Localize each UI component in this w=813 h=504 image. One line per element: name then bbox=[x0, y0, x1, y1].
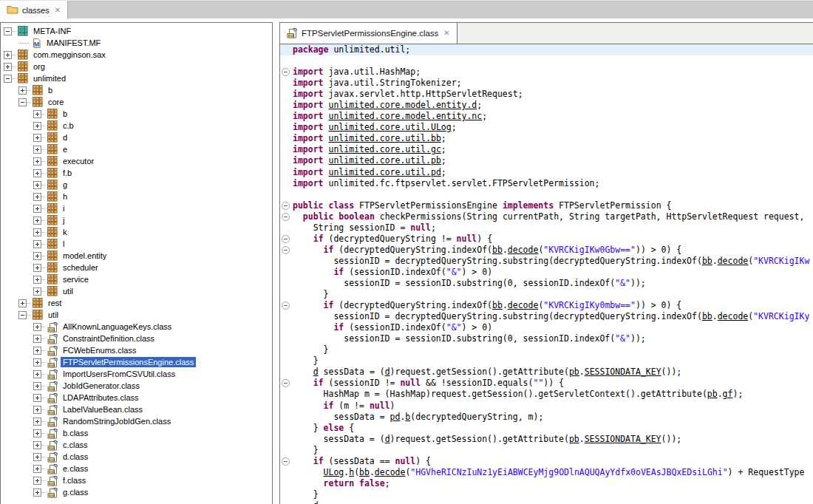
code-hyperlink[interactable]: d bbox=[385, 434, 390, 444]
expand-icon[interactable] bbox=[4, 63, 12, 71]
expand-icon[interactable] bbox=[33, 453, 41, 461]
code-hyperlink[interactable]: unlimited.core.model.entity.d bbox=[328, 100, 477, 110]
code-hyperlink[interactable]: unlimited.core.util.bb bbox=[328, 133, 440, 143]
tree-item-d-class[interactable]: 010d.class bbox=[1, 451, 272, 463]
code-editor[interactable]: package unlimited.util;import java.util.… bbox=[280, 44, 813, 504]
code-hyperlink[interactable]: unlimited.core.util.ULog bbox=[328, 122, 451, 132]
tree-item-constraintdefinition-class[interactable]: 010ConstraintDefinition.class bbox=[1, 333, 272, 344]
expand-icon[interactable] bbox=[33, 146, 41, 154]
code-hyperlink[interactable]: pb bbox=[569, 434, 579, 444]
code-hyperlink[interactable]: decode bbox=[508, 300, 539, 310]
tree-item-b[interactable]: b bbox=[1, 84, 272, 96]
tree-item-g-class[interactable]: 010g.class bbox=[1, 486, 272, 498]
code-hyperlink[interactable]: decode bbox=[718, 311, 749, 321]
expand-icon[interactable] bbox=[33, 382, 41, 390]
expand-icon[interactable] bbox=[33, 394, 41, 402]
expand-icon[interactable] bbox=[33, 264, 41, 272]
tree-item-e[interactable]: e bbox=[1, 143, 272, 155]
code-hyperlink[interactable]: gf bbox=[723, 389, 733, 399]
collapse-icon[interactable] bbox=[4, 27, 12, 35]
expand-icon[interactable] bbox=[33, 347, 41, 355]
code-hyperlink[interactable]: decode bbox=[375, 467, 406, 477]
expand-icon[interactable] bbox=[33, 217, 41, 225]
expand-icon[interactable] bbox=[33, 358, 41, 367]
tree-item-importusersfromcsvutil-class[interactable]: 010ImportUsersFromCSVUtil.class bbox=[1, 368, 272, 380]
expand-icon[interactable] bbox=[33, 488, 41, 497]
expand-icon[interactable] bbox=[33, 406, 41, 414]
expand-icon[interactable] bbox=[33, 370, 41, 378]
collapse-fold-icon[interactable] bbox=[282, 302, 290, 310]
tree-item-service[interactable]: service bbox=[1, 273, 272, 285]
collapse-fold-icon[interactable] bbox=[282, 235, 290, 243]
tree-item-randomstringjobidgen-class[interactable]: 010RandomStringJobIdGen.class bbox=[1, 415, 272, 427]
collapse-fold-icon[interactable] bbox=[282, 202, 290, 210]
code-hyperlink[interactable]: unlimited.core.util.pd bbox=[328, 167, 440, 177]
collapse-fold-icon[interactable] bbox=[282, 246, 290, 254]
tree-item-f-b[interactable]: f.b bbox=[1, 167, 272, 179]
code-hyperlink[interactable]: pb bbox=[569, 367, 579, 377]
expand-icon[interactable] bbox=[33, 429, 41, 437]
tree-item-i[interactable]: i bbox=[1, 202, 272, 214]
tree-item-f-class[interactable]: 010f.class bbox=[1, 474, 272, 486]
code-hyperlink[interactable]: bb bbox=[359, 467, 370, 477]
collapse-icon[interactable] bbox=[4, 75, 12, 83]
tree-item-e-class[interactable]: 010e.class bbox=[1, 463, 272, 474]
expand-icon[interactable] bbox=[33, 441, 41, 449]
collapse-fold-icon[interactable] bbox=[282, 457, 290, 466]
code-hyperlink[interactable]: SESSIONDATA_KEY bbox=[585, 367, 661, 377]
tree-item-h[interactable]: h bbox=[1, 191, 272, 202]
code-hyperlink[interactable]: d bbox=[385, 367, 390, 377]
code-hyperlink[interactable]: decode bbox=[718, 256, 749, 266]
tree-item-model-entity[interactable]: model.entity bbox=[1, 250, 272, 262]
tree-item-ldapattributes-class[interactable]: 010LDAPAttributes.class bbox=[1, 392, 272, 403]
expand-icon[interactable] bbox=[33, 465, 41, 473]
tree-item-k[interactable]: k bbox=[1, 226, 272, 238]
tree-item-l[interactable]: l bbox=[1, 238, 272, 250]
code-hyperlink[interactable]: unlimited.core.util.pb bbox=[328, 155, 440, 166]
tree-item-executor[interactable]: executor bbox=[1, 155, 272, 167]
expand-icon[interactable] bbox=[33, 287, 41, 296]
expand-icon[interactable] bbox=[18, 86, 27, 95]
tree-item-util[interactable]: util bbox=[1, 285, 272, 297]
tree-item-allknownlanguagekeys-class[interactable]: 010AllKnownLanguageKeys.class bbox=[1, 321, 272, 333]
tree-item-rest[interactable]: rest bbox=[1, 297, 272, 309]
tree-item-meta-inf[interactable]: META-INF bbox=[1, 25, 272, 37]
code-hyperlink[interactable]: ULog bbox=[324, 467, 344, 477]
tree-item-c-b[interactable]: c.b bbox=[1, 120, 272, 132]
tree-item-scheduler[interactable]: scheduler bbox=[1, 262, 272, 273]
expand-icon[interactable] bbox=[18, 299, 27, 307]
expand-icon[interactable] bbox=[33, 477, 41, 485]
tree-item-org[interactable]: org bbox=[1, 61, 272, 72]
tree-item-core[interactable]: core bbox=[1, 96, 272, 108]
code-hyperlink[interactable]: bb bbox=[702, 256, 712, 266]
code-hyperlink[interactable]: bb bbox=[492, 245, 503, 255]
tree-item-util[interactable]: util bbox=[1, 309, 272, 321]
code-hyperlink[interactable]: pb bbox=[707, 389, 718, 399]
tree-item-manifest-mf[interactable]: MMANIFEST.MF bbox=[1, 37, 272, 49]
expand-icon[interactable] bbox=[33, 110, 41, 118]
expand-icon[interactable] bbox=[33, 157, 41, 166]
code-hyperlink[interactable]: d bbox=[313, 367, 319, 377]
tab-ftpservletpermissionsengine[interactable]: 010 FTPServletPermissionsEngine.class ✕ bbox=[280, 23, 457, 44]
code-hyperlink[interactable]: pd bbox=[390, 412, 401, 422]
expand-icon[interactable] bbox=[4, 51, 12, 59]
code-hyperlink[interactable]: bb bbox=[492, 300, 503, 310]
tree-item-labelvaluebean-class[interactable]: 010LabelValueBean.class bbox=[1, 403, 272, 415]
tree-item-b[interactable]: b bbox=[1, 108, 272, 120]
expand-icon[interactable] bbox=[33, 252, 41, 260]
close-icon[interactable]: ✕ bbox=[442, 30, 449, 37]
collapse-icon[interactable] bbox=[18, 311, 27, 319]
expand-icon[interactable] bbox=[33, 181, 41, 189]
code-hyperlink[interactable]: SESSIONDATA_KEY bbox=[585, 434, 661, 444]
code-hyperlink[interactable]: bb bbox=[702, 311, 712, 321]
expand-icon[interactable] bbox=[33, 335, 41, 343]
expand-icon[interactable] bbox=[33, 134, 41, 142]
expand-icon[interactable] bbox=[33, 323, 41, 331]
expand-icon[interactable] bbox=[33, 205, 41, 213]
code-hyperlink[interactable]: unlimited.core.util.gc bbox=[328, 144, 440, 154]
tab-classes[interactable]: classes ✕ bbox=[0, 1, 68, 19]
tree-item-unlimited[interactable]: unlimited bbox=[1, 72, 272, 84]
close-icon[interactable]: ✕ bbox=[53, 7, 61, 14]
tree-item-jobidgenerator-class[interactable]: 010JobIdGenerator.class bbox=[1, 380, 272, 392]
collapse-icon[interactable] bbox=[18, 98, 27, 106]
